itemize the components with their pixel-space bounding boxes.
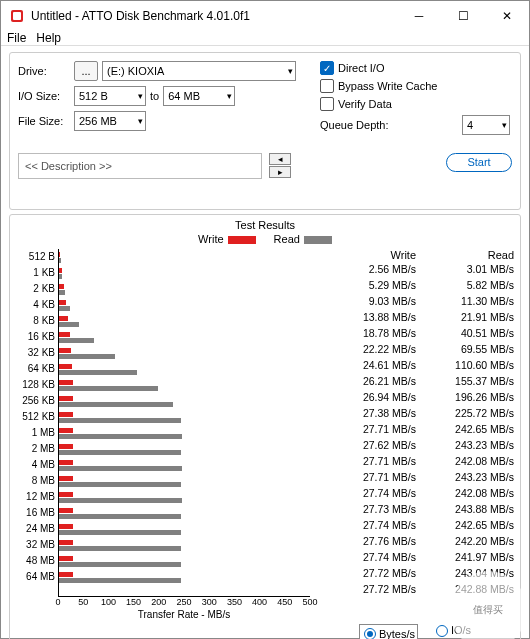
minimize-button[interactable]: ─ — [397, 1, 441, 31]
value-row: 26.94 MB/s196.26 MB/s — [318, 389, 514, 405]
y-tick: 16 KB — [16, 329, 55, 345]
checkbox-icon — [320, 79, 334, 93]
read-bar — [59, 546, 181, 551]
y-tick: 64 KB — [16, 361, 55, 377]
col-write: Write — [318, 249, 416, 261]
y-tick: 512 B — [16, 249, 55, 265]
write-bar — [59, 428, 73, 433]
iosize-to-select[interactable]: 64 MB▾ — [163, 86, 235, 106]
chevron-down-icon: ▾ — [138, 91, 143, 101]
write-bar — [59, 332, 70, 337]
col-read: Read — [416, 249, 514, 261]
maximize-button[interactable]: ☐ — [441, 1, 485, 31]
y-tick: 32 MB — [16, 537, 55, 553]
write-bar — [59, 492, 73, 497]
iosize-from-value: 512 B — [79, 90, 108, 102]
value-row: 27.74 MB/s241.97 MB/s — [318, 549, 514, 565]
write-bar — [59, 268, 62, 273]
y-tick: 8 MB — [16, 473, 55, 489]
next-button[interactable]: ▸ — [269, 166, 291, 178]
verify-checkbox[interactable]: Verify Data — [320, 97, 510, 111]
read-bar — [59, 530, 181, 535]
write-swatch — [228, 236, 256, 244]
bar-pair — [59, 553, 310, 569]
io-radio[interactable]: IO/s — [436, 624, 471, 639]
read-bar — [59, 418, 181, 423]
bar-pair — [59, 377, 310, 393]
options-column: ✓Direct I/O Bypass Write Cache Verify Da… — [320, 61, 510, 135]
value-row: 18.78 MB/s40.51 MB/s — [318, 325, 514, 341]
read-bar — [59, 322, 79, 327]
read-bar — [59, 562, 181, 567]
value-row: 27.71 MB/s242.08 MB/s — [318, 453, 514, 469]
value-row: 27.71 MB/s242.65 MB/s — [318, 421, 514, 437]
chart-legend: Write Read — [16, 233, 514, 245]
read-bar — [59, 386, 158, 391]
write-bar — [59, 380, 73, 385]
description-field[interactable]: << Description >> — [18, 153, 262, 179]
chart-table: 512 B1 KB2 KB4 KB8 KB16 KB32 KB64 KB128 … — [16, 249, 514, 597]
bar-pair — [59, 281, 310, 297]
bar-pair — [59, 505, 310, 521]
prev-button[interactable]: ◂ — [269, 153, 291, 165]
content-area: Drive: ... (E:) KIOXIA▾ I/O Size: 512 B▾… — [1, 46, 529, 639]
iosize-to-value: 64 MB — [168, 90, 200, 102]
read-bar — [59, 274, 62, 279]
bytes-label: Bytes/s — [379, 628, 415, 639]
write-bar — [59, 284, 64, 289]
legend-write: Write — [198, 233, 255, 245]
menu-help[interactable]: Help — [36, 31, 61, 45]
value-row: 27.74 MB/s242.65 MB/s — [318, 517, 514, 533]
x-tick: 200 — [151, 597, 166, 607]
drive-label: Drive: — [18, 65, 70, 77]
y-tick: 256 KB — [16, 393, 55, 409]
bar-pair — [59, 473, 310, 489]
queue-depth-select[interactable]: 4▾ — [462, 115, 510, 135]
direct-io-checkbox[interactable]: ✓Direct I/O — [320, 61, 510, 75]
y-tick: 8 KB — [16, 313, 55, 329]
bar-pair — [59, 313, 310, 329]
read-bar — [59, 402, 173, 407]
bypass-checkbox[interactable]: Bypass Write Cache — [320, 79, 510, 93]
read-bar — [59, 290, 65, 295]
y-tick: 1 KB — [16, 265, 55, 281]
bar-pair — [59, 249, 310, 265]
to-label: to — [150, 90, 159, 102]
bytes-radio[interactable]: Bytes/s — [359, 624, 418, 639]
queue-depth-value: 4 — [467, 119, 473, 131]
read-bar — [59, 578, 181, 583]
filesize-label: File Size: — [18, 115, 70, 127]
y-tick: 2 KB — [16, 281, 55, 297]
bar-pair — [59, 537, 310, 553]
read-bar — [59, 338, 94, 343]
description-nav: ◂ ▸ — [269, 153, 291, 178]
settings-group: Drive: ... (E:) KIOXIA▾ I/O Size: 512 B▾… — [9, 52, 521, 210]
chevron-down-icon: ▾ — [502, 120, 507, 130]
queue-depth-label: Queue Depth: — [320, 119, 389, 131]
filesize-select[interactable]: 256 MB▾ — [74, 111, 146, 131]
bar-pair — [59, 329, 310, 345]
window-title: Untitled - ATTO Disk Benchmark 4.01.0f1 — [31, 9, 397, 23]
y-tick: 1 MB — [16, 425, 55, 441]
radio-dot-icon — [364, 628, 376, 639]
value-row: 27.76 MB/s242.20 MB/s — [318, 533, 514, 549]
app-window: Untitled - ATTO Disk Benchmark 4.01.0f1 … — [0, 0, 530, 639]
write-bar — [59, 316, 68, 321]
y-tick: 4 KB — [16, 297, 55, 313]
read-bar — [59, 466, 182, 471]
browse-button[interactable]: ... — [74, 61, 98, 81]
x-axis: 050100150200250300350400450500 — [58, 597, 310, 609]
read-bar — [59, 482, 181, 487]
value-row: 27.73 MB/s243.88 MB/s — [318, 501, 514, 517]
bar-pair — [59, 569, 310, 585]
close-button[interactable]: ✕ — [485, 1, 529, 31]
y-tick: 2 MB — [16, 441, 55, 457]
value-row: 27.71 MB/s243.23 MB/s — [318, 469, 514, 485]
menu-file[interactable]: File — [7, 31, 26, 45]
chevron-down-icon: ▾ — [227, 91, 232, 101]
write-bar — [59, 252, 60, 257]
drive-select[interactable]: (E:) KIOXIA▾ — [102, 61, 296, 81]
unit-radios: Bytes/s IO/s — [16, 624, 514, 639]
start-button[interactable]: Start — [446, 153, 512, 172]
iosize-from-select[interactable]: 512 B▾ — [74, 86, 146, 106]
